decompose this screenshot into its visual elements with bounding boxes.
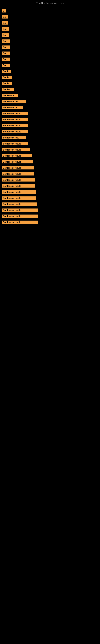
list-item: Bottleneck result [2, 116, 98, 122]
bottleneck-label: Bott [2, 40, 10, 43]
bottleneck-label: Bottleneck result [2, 160, 33, 164]
list-item: Bottleneck result [2, 213, 98, 219]
bottleneck-label: Bottleneck result [2, 208, 38, 212]
list-item: Bottleneck result [2, 201, 98, 207]
bottleneck-label: Bottleneck result [2, 130, 28, 133]
bottleneck-label: Bottleneck re [2, 106, 23, 109]
bottleneck-label: Bottleneck result [2, 124, 28, 127]
bottleneck-label: Bo [2, 15, 8, 18]
list-item: Bottle [2, 80, 98, 86]
list-item: Bot [2, 26, 98, 32]
bottleneck-label: Bott [2, 64, 10, 67]
list-item: Bottleneck result [2, 189, 98, 195]
bottleneck-label: Bo [2, 21, 8, 24]
list-item: Bott [2, 44, 98, 50]
bottleneck-label: Bott [2, 58, 10, 61]
list-item: Bottleneck result [2, 219, 98, 225]
bottleneck-label: Bottleneck resu [2, 100, 26, 103]
list-item: Bottleneck result [2, 164, 98, 171]
list-item: Bottleneck result [2, 122, 98, 128]
site-title: TheBottlenecker.com [0, 0, 100, 6]
list-item: Bottl [2, 68, 98, 74]
bottleneck-label: Bottleneck result [2, 112, 28, 115]
bottleneck-label: Bottleneck result [2, 178, 35, 182]
list-item: Bo [2, 20, 98, 26]
bottleneck-label: Bottl [2, 70, 11, 73]
list-item: Bottleneck result [2, 183, 98, 189]
list-item: Bott [2, 56, 98, 62]
bottleneck-label: Bottle [2, 76, 12, 79]
list-item: Bottleneck result [2, 195, 98, 201]
bottleneck-label: Bottleneck result [2, 154, 32, 158]
list-item: Bott [2, 50, 98, 56]
bottleneck-label: Bottlen [2, 88, 14, 91]
list-item: Bottlen [2, 86, 98, 92]
bottleneck-label: Bottleneck [2, 94, 18, 97]
bottleneck-label: Bott [2, 46, 10, 49]
bottleneck-label: Bottleneck result [2, 184, 35, 188]
list-item: Bottleneck result [2, 110, 98, 116]
list-item: Bottleneck result [2, 158, 98, 164]
bottleneck-label: Bott [2, 52, 10, 55]
list-item: Bottle [2, 74, 98, 80]
list-item: B [2, 8, 98, 14]
bottleneck-label: Bottleneck result [2, 166, 34, 170]
bottleneck-label: Bottleneck result [2, 214, 38, 218]
main-container: BBoBoBotBotBottBottBottBottBottBottlBott… [0, 6, 100, 227]
list-item: Bott [2, 38, 98, 44]
list-item: Bottleneck result [2, 171, 98, 177]
list-item: Bot [2, 32, 98, 38]
list-item: Bott [2, 62, 98, 68]
list-item: Bottleneck result [2, 177, 98, 183]
bottleneck-label: Bottleneck result [2, 142, 28, 145]
list-item: Bottleneck [2, 92, 98, 98]
list-item: Bottleneck result [2, 146, 98, 152]
bottleneck-label: Bottle [2, 82, 12, 85]
bottleneck-label: Bottleneck result [2, 220, 38, 224]
bottleneck-label: Bottleneck result [2, 196, 36, 200]
bottleneck-label: Bot [2, 34, 9, 37]
site-title-bar: TheBottlenecker.com [0, 0, 100, 6]
list-item: Bottleneck result [2, 152, 98, 158]
bottleneck-label: B [2, 9, 6, 12]
list-item: Bottleneck re [2, 104, 98, 110]
bottleneck-label: Bottleneck resu [2, 136, 26, 139]
bottleneck-label: Bot [2, 27, 9, 30]
list-item: Bottleneck resu [2, 98, 98, 104]
bottleneck-label: Bottleneck result [2, 202, 37, 206]
bottleneck-label: Bottleneck result [2, 190, 36, 194]
bottleneck-label: Bottleneck result [2, 172, 34, 176]
list-item: Bottleneck resu [2, 134, 98, 140]
bottleneck-label: Bottleneck result [2, 118, 28, 121]
list-item: Bottleneck result [2, 140, 98, 146]
bottleneck-label: Bottleneck result [2, 148, 30, 151]
list-item: Bo [2, 14, 98, 20]
list-item: Bottleneck result [2, 128, 98, 134]
list-item: Bottleneck result [2, 207, 98, 213]
